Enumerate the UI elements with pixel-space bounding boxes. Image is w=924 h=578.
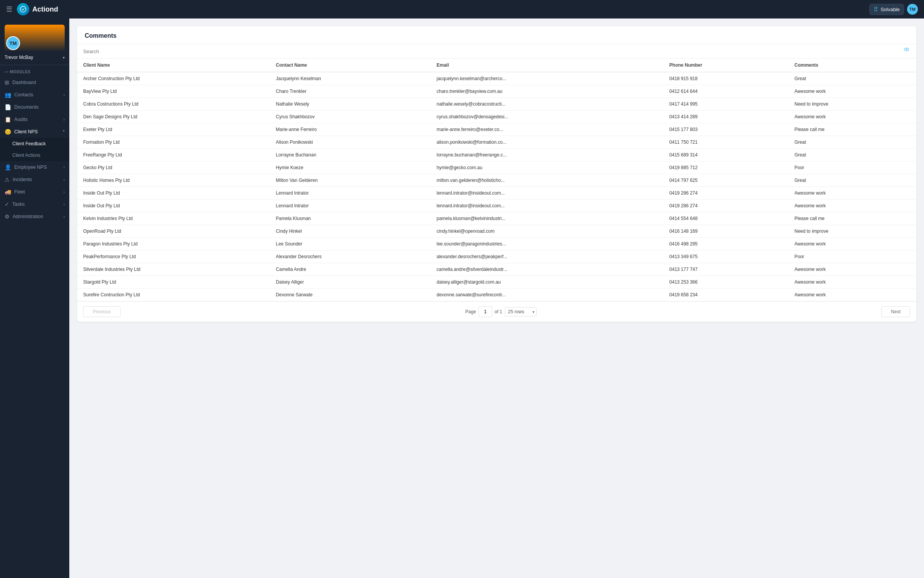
rows-per-page-select[interactable]: 25 rows 50 rows 100 rows [505,307,537,316]
audits-chevron-icon: › [64,118,65,122]
sidebar-item-client-feedback[interactable]: Client Feedback [0,138,69,150]
sidebar-item-employee-nps[interactable]: 👤 Employee NPS › [0,161,69,173]
cell-contact: Cindy Hinkel [270,225,430,238]
table-row[interactable]: Formation Pty Ltd Alison Ponikowski alis… [77,136,916,149]
employee-nps-chevron-icon: › [64,165,65,170]
app-name: Actiond [32,5,58,13]
previous-button[interactable]: Previous [83,306,121,317]
table-row[interactable]: Stargold Pty Ltd Daisey Alliger daisey.a… [77,276,916,289]
cell-email: daisey.alliger@stargold.com.au [430,276,663,289]
cell-email: alison.ponikowski@formation.co... [430,136,663,149]
search-icon-button[interactable] [904,47,910,55]
table-row[interactable]: Inside Out Pty Ltd Lennard Intrator lenn… [77,187,916,200]
tasks-chevron-icon: › [64,202,65,207]
table-row[interactable]: FreeRange Pty Ltd Lorrayne Buchanan lorr… [77,149,916,161]
cell-phone: 0413 414 289 [663,111,788,123]
cell-phone: 0416 498 295 [663,238,788,250]
audits-icon: 📋 [5,116,11,123]
cell-email: lennard.intrator@insideout.com... [430,200,663,212]
sidebar-item-fleet[interactable]: 🚚 Fleet › [0,186,69,198]
hamburger-menu[interactable]: ☰ [6,5,12,13]
sidebar-item-incidents[interactable]: ⚠ Incidents › [0,173,69,186]
client-actions-label: Client Actions [12,153,40,158]
tasks-icon: ✓ [5,201,9,207]
sidebar-item-label: Administration [13,214,43,219]
brand-badge: ⠿ Solvable [869,4,904,15]
nav-left: ☰ Actiond [6,3,58,15]
sidebar-item-client-nps[interactable]: 😊 Client NPS ˅ [0,126,69,138]
table-row[interactable]: Gecko Pty Ltd Hymie Koeze hymie@gecko.co… [77,161,916,174]
of-label: of 1 [495,309,502,314]
cell-contact: Marie-anne Ferreiro [270,123,430,136]
client-nps-chevron-icon: ˅ [63,130,65,134]
table-header: Client Name Contact Name Email Phone Num… [77,59,916,72]
user-tm-badge[interactable]: TM [907,4,918,15]
sidebar-item-contacts[interactable]: 👥 Contacts › [0,89,69,101]
next-button[interactable]: Next [881,306,910,317]
cell-email: marie-anne.ferreiro@exeter.co... [430,123,663,136]
page-title: Comments [85,32,117,39]
page-label: Page [465,309,476,314]
sidebar-item-dashboard[interactable]: ⊞ Dashboard [0,76,69,89]
cell-comment: Poor [788,161,916,174]
cell-contact: Devonne Sarwate [270,289,430,301]
table-body: Archer Construction Pty Ltd Jacquelynn K… [77,72,916,301]
user-avatar-area: TM [5,25,65,52]
sidebar-item-documents[interactable]: 📄 Documents [0,101,69,113]
col-comments: Comments [788,59,916,72]
cell-comment: Awesome work [788,200,916,212]
cell-phone: 0415 177 803 [663,123,788,136]
top-navigation: ☰ Actiond ⠿ Solvable TM [0,0,924,18]
cell-client: OpenRoad Pty Ltd [77,225,270,238]
sidebar-item-administration[interactable]: ⚙ Administration › [0,210,69,223]
pagination-center: Page of 1 25 rows 50 rows 100 rows [465,306,536,317]
search-bar [77,44,916,59]
cell-email: lorrayne.buchanan@freerange.c... [430,149,663,161]
cell-comment: Awesome work [788,238,916,250]
cell-contact: Pamela Klusman [270,212,430,225]
search-input[interactable] [83,49,901,54]
dashboard-icon: ⊞ [5,79,9,86]
cell-email: lennard.intrator@insideout.com... [430,187,663,200]
fleet-icon: 🚚 [5,189,11,195]
col-phone: Phone Number [663,59,788,72]
table-row[interactable]: Den Sage Designs Pty Ltd Cyrus Shakhbozo… [77,111,916,123]
table-row[interactable]: Inside Out Pty Ltd Lennard Intrator lenn… [77,200,916,212]
table-row[interactable]: Holistic Homes Pty Ltd Milton Van Gelder… [77,174,916,187]
page-number-input[interactable] [479,306,492,317]
table-row[interactable]: Exeter Pty Ltd Marie-anne Ferreiro marie… [77,123,916,136]
cell-phone: 0415 689 314 [663,149,788,161]
user-avatar-background: TM [5,25,65,52]
table-row[interactable]: Kelvin Industries Pty Ltd Pamela Klusman… [77,212,916,225]
table-row[interactable]: PeakPerformance Pty Ltd Alexander Desroc… [77,250,916,263]
sidebar-item-tasks[interactable]: ✓ Tasks › [0,198,69,210]
cell-comment: Awesome work [788,111,916,123]
table-row[interactable]: BayView Pty Ltd Charo Trenkler charo.tre… [77,85,916,98]
cell-email: devonne.sarwate@surefirecontr... [430,289,663,301]
cell-client: Paragon Industries Pty Ltd [77,238,270,250]
user-chevron-icon[interactable]: ▾ [63,55,65,60]
cell-client: Kelvin Industries Pty Ltd [77,212,270,225]
table-row[interactable]: Surefire Contruction Pty Ltd Devonne Sar… [77,289,916,301]
sidebar-item-client-actions[interactable]: Client Actions [0,150,69,161]
cell-client: Inside Out Pty Ltd [77,200,270,212]
cell-email: jacquelynn.keselman@archerco... [430,72,663,85]
sidebar-item-label: Employee NPS [14,165,47,170]
svg-rect-1 [905,48,908,51]
col-email: Email [430,59,663,72]
table-row[interactable]: OpenRoad Pty Ltd Cindy Hinkel cindy.hink… [77,225,916,238]
table-row[interactable]: Archer Construction Pty Ltd Jacquelynn K… [77,72,916,85]
cell-email: charo.trenkler@bayview.com.au [430,85,663,98]
sidebar-item-label: Client NPS [14,129,38,134]
table-row[interactable]: Cobra Costructions Pty Ltd Nathalie Wese… [77,98,916,111]
modules-label: — MODULES [0,65,69,76]
cell-email: cyrus.shakhbozov@densagedesi... [430,111,663,123]
table-row[interactable]: Silverdale Industries Pty Ltd Camella An… [77,263,916,276]
col-client-name: Client Name [77,59,270,72]
cell-email: milton.van.gelderen@holisticho... [430,174,663,187]
table-row[interactable]: Paragon Industries Pty Ltd Lee Sounder l… [77,238,916,250]
col-contact-name: Contact Name [270,59,430,72]
cell-comment: Poor [788,250,916,263]
sidebar-item-audits[interactable]: 📋 Audits › [0,113,69,126]
administration-icon: ⚙ [5,213,10,220]
